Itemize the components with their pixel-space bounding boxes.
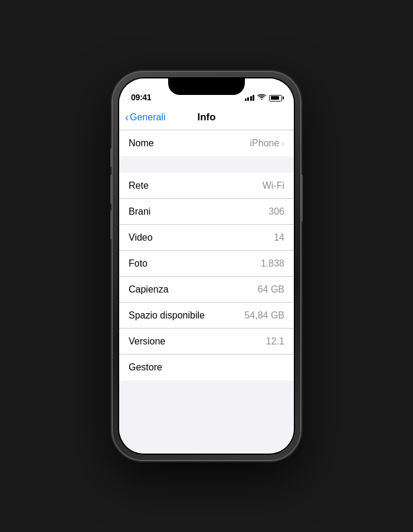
- versione-value: 12.1: [266, 336, 284, 347]
- notch: [168, 78, 245, 95]
- gestore-label: Gestore: [129, 362, 162, 373]
- section-group-nome: Nome iPhone ›: [119, 130, 294, 156]
- signal-bar-2: [247, 97, 249, 101]
- section-group-info: Rete Wi-Fi Brani 306 Video 14 Foto: [119, 173, 294, 380]
- rete-value: Wi-Fi: [263, 180, 284, 191]
- table-row: Gestore: [119, 354, 294, 380]
- content-area: Nome iPhone › Rete Wi-Fi: [119, 130, 294, 454]
- back-button[interactable]: ‹ Generali: [125, 112, 165, 123]
- battery-icon: [269, 95, 282, 101]
- brani-label: Brani: [129, 206, 150, 217]
- status-icons: [245, 94, 283, 102]
- nome-label: Nome: [129, 138, 154, 149]
- capienza-value: 64 GB: [258, 284, 284, 295]
- separator-1: [119, 156, 294, 173]
- back-chevron-icon: ‹: [125, 112, 129, 123]
- foto-label: Foto: [129, 258, 148, 269]
- page-title: Info: [197, 111, 215, 123]
- volume-down-button: [110, 210, 112, 239]
- table-row: Spazio disponibile 54,84 GB: [119, 303, 294, 329]
- table-row: Capienza 64 GB: [119, 277, 294, 303]
- power-button: [301, 175, 303, 222]
- screen: 09:41: [119, 78, 294, 454]
- table-row: Rete Wi-Fi: [119, 173, 294, 199]
- status-time: 09:41: [131, 93, 151, 102]
- video-value: 14: [274, 232, 284, 243]
- table-row: Video 14: [119, 225, 294, 251]
- video-label: Video: [129, 232, 153, 243]
- nav-bar: ‹ Generali Info: [119, 104, 294, 130]
- brani-value: 306: [268, 206, 284, 217]
- table-row: Versione 12.1: [119, 329, 294, 354]
- phone-wrapper: 09:41: [112, 71, 301, 461]
- table-row: Foto 1.838: [119, 251, 294, 277]
- signal-icon: [245, 95, 255, 101]
- spazio-label: Spazio disponibile: [129, 310, 205, 321]
- rete-label: Rete: [129, 180, 149, 191]
- chevron-icon: ›: [281, 139, 284, 148]
- nome-value: iPhone: [250, 138, 280, 149]
- capienza-label: Capienza: [129, 284, 169, 295]
- versione-label: Versione: [129, 336, 165, 347]
- volume-up-button: [110, 175, 112, 204]
- screen-outer: 09:41: [118, 77, 295, 455]
- foto-value: 1.838: [261, 258, 284, 269]
- back-label: Generali: [130, 112, 165, 123]
- phone-shell: 09:41: [112, 71, 301, 461]
- spazio-value: 54,84 GB: [244, 310, 284, 321]
- signal-bar-4: [253, 95, 254, 101]
- signal-bar-3: [250, 96, 252, 101]
- nome-value-group: iPhone ›: [250, 138, 285, 149]
- mute-button: [110, 148, 112, 167]
- table-row[interactable]: Nome iPhone ›: [119, 130, 294, 156]
- signal-bar-1: [245, 98, 247, 101]
- wifi-icon: [257, 94, 266, 102]
- table-row: Brani 306: [119, 199, 294, 225]
